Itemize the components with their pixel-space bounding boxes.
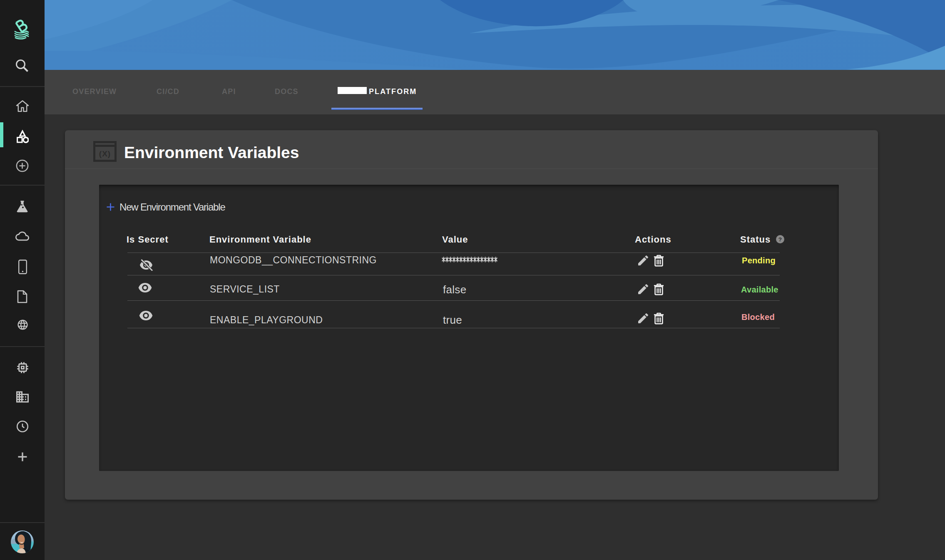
svg-text:?: ? bbox=[778, 236, 782, 243]
svg-text:(X): (X) bbox=[99, 149, 111, 158]
